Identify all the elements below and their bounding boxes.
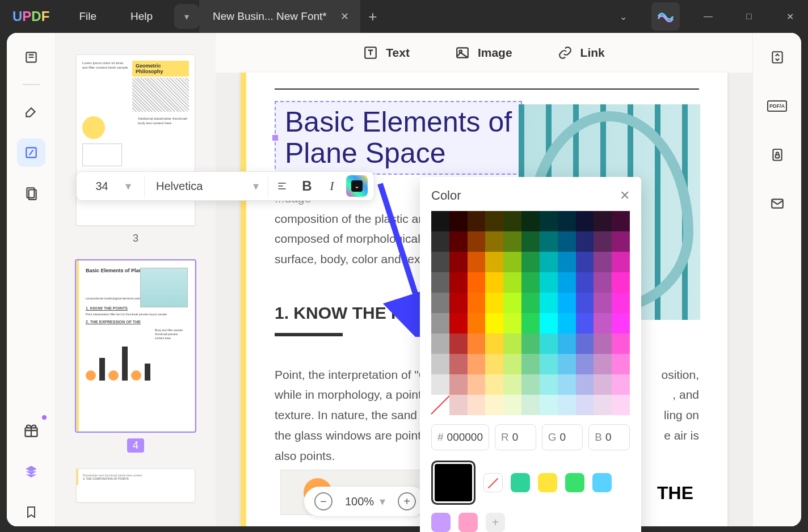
color-cell[interactable] bbox=[449, 313, 468, 333]
color-cell[interactable] bbox=[594, 395, 612, 415]
font-family-select[interactable]: Helvetica▾ bbox=[147, 175, 268, 197]
color-cell[interactable] bbox=[503, 252, 521, 272]
color-cell[interactable] bbox=[594, 354, 612, 374]
reader-mode-icon[interactable] bbox=[17, 43, 45, 71]
color-cell[interactable] bbox=[540, 354, 558, 374]
color-cell[interactable] bbox=[612, 293, 630, 313]
color-cell[interactable] bbox=[576, 293, 594, 313]
color-cell[interactable] bbox=[449, 293, 468, 313]
color-cell[interactable] bbox=[612, 231, 630, 252]
color-cell[interactable] bbox=[594, 313, 612, 333]
recent-color-swatch[interactable] bbox=[565, 473, 584, 492]
gift-icon[interactable] bbox=[17, 416, 45, 445]
color-cell[interactable] bbox=[449, 333, 468, 354]
color-cell[interactable] bbox=[521, 354, 540, 374]
color-cell[interactable] bbox=[468, 293, 486, 313]
bold-button[interactable]: B bbox=[296, 175, 318, 197]
color-cell[interactable] bbox=[485, 374, 503, 395]
color-cell[interactable] bbox=[449, 374, 468, 395]
color-cell[interactable] bbox=[449, 211, 468, 231]
color-cell[interactable] bbox=[485, 211, 503, 231]
color-cell[interactable] bbox=[449, 395, 468, 415]
color-cell[interactable] bbox=[540, 272, 558, 293]
color-cell[interactable] bbox=[468, 252, 486, 272]
no-color-swatch[interactable] bbox=[483, 473, 503, 492]
color-cell[interactable] bbox=[540, 211, 558, 231]
color-cell[interactable] bbox=[503, 211, 521, 231]
color-cell[interactable] bbox=[594, 211, 612, 231]
color-cell[interactable] bbox=[558, 272, 576, 293]
color-cell[interactable] bbox=[521, 395, 540, 415]
recent-color-swatch[interactable] bbox=[431, 513, 451, 532]
color-cell[interactable] bbox=[431, 211, 449, 231]
close-tab-icon[interactable]: ✕ bbox=[340, 10, 349, 23]
chevron-down-icon[interactable]: ⌄ bbox=[611, 4, 636, 29]
color-cell[interactable] bbox=[576, 231, 594, 252]
highlighter-icon[interactable] bbox=[17, 98, 45, 126]
color-cell[interactable] bbox=[521, 293, 540, 313]
color-cell[interactable] bbox=[558, 395, 576, 415]
color-cell[interactable] bbox=[612, 211, 630, 231]
color-cell[interactable] bbox=[468, 313, 486, 333]
color-cell[interactable] bbox=[468, 211, 486, 231]
color-cell[interactable] bbox=[485, 313, 503, 333]
color-cell[interactable] bbox=[449, 231, 468, 252]
edit-text-icon[interactable] bbox=[17, 138, 45, 167]
page-heading-line2[interactable]: Plane Space bbox=[285, 138, 512, 169]
color-cell[interactable] bbox=[468, 354, 486, 374]
b-input[interactable]: B0 bbox=[588, 424, 630, 450]
color-cell[interactable] bbox=[503, 293, 521, 313]
color-cell[interactable] bbox=[576, 272, 594, 293]
color-cell[interactable] bbox=[431, 272, 449, 293]
color-cell[interactable] bbox=[612, 354, 630, 374]
new-tab-button[interactable]: + bbox=[360, 8, 385, 26]
zoom-value[interactable]: 100%▾ bbox=[345, 495, 385, 508]
color-cell[interactable] bbox=[612, 272, 630, 293]
page-heading-line1[interactable]: Basic Elements of bbox=[285, 107, 512, 138]
color-cell[interactable] bbox=[540, 231, 558, 252]
color-cell[interactable] bbox=[594, 231, 612, 252]
color-cell[interactable] bbox=[431, 293, 449, 313]
color-cell[interactable] bbox=[449, 354, 468, 374]
tab-dropdown[interactable]: ▾ bbox=[174, 4, 199, 29]
recent-color-swatch[interactable] bbox=[538, 473, 557, 492]
color-cell[interactable] bbox=[612, 374, 630, 395]
color-grid[interactable] bbox=[431, 211, 630, 415]
color-cell[interactable] bbox=[576, 333, 594, 354]
color-cell[interactable] bbox=[485, 231, 503, 252]
color-cell[interactable] bbox=[468, 395, 486, 415]
zoom-out-button[interactable]: − bbox=[314, 492, 333, 510]
color-cell[interactable] bbox=[521, 211, 540, 231]
color-cell[interactable] bbox=[521, 313, 540, 333]
tool-text[interactable]: Text bbox=[363, 45, 410, 60]
color-cell[interactable] bbox=[540, 374, 558, 395]
thumbnail-page-4[interactable]: Basic Elements of Plane Space compositio… bbox=[76, 260, 195, 432]
ai-tools-icon[interactable] bbox=[651, 2, 680, 31]
color-cell[interactable] bbox=[431, 252, 449, 272]
color-cell[interactable] bbox=[503, 313, 521, 333]
color-cell[interactable] bbox=[431, 374, 449, 395]
color-cell[interactable] bbox=[468, 333, 486, 354]
color-cell[interactable] bbox=[558, 333, 576, 354]
color-cell[interactable] bbox=[576, 211, 594, 231]
color-cell[interactable] bbox=[576, 354, 594, 374]
close-window-icon[interactable]: ✕ bbox=[777, 4, 802, 29]
r-input[interactable]: R0 bbox=[495, 424, 536, 450]
recent-color-swatch[interactable] bbox=[458, 513, 478, 532]
color-cell[interactable] bbox=[612, 252, 630, 272]
add-swatch-button[interactable]: + bbox=[486, 513, 505, 532]
color-cell[interactable] bbox=[521, 252, 540, 272]
maximize-icon[interactable]: □ bbox=[737, 4, 761, 29]
tool-link[interactable]: Link bbox=[558, 45, 605, 60]
thumbnail-page-5[interactable]: Placeholder next thumbnail partial view … bbox=[76, 468, 195, 503]
color-cell[interactable] bbox=[558, 374, 576, 395]
color-cell[interactable] bbox=[576, 252, 594, 272]
color-cell[interactable] bbox=[576, 313, 594, 333]
menu-help[interactable]: Help bbox=[113, 0, 170, 33]
color-cell[interactable] bbox=[485, 272, 503, 293]
color-cell[interactable] bbox=[558, 211, 576, 231]
color-cell[interactable] bbox=[503, 272, 521, 293]
color-cell[interactable] bbox=[612, 333, 630, 354]
color-cell[interactable] bbox=[594, 333, 612, 354]
color-cell[interactable] bbox=[485, 293, 503, 313]
